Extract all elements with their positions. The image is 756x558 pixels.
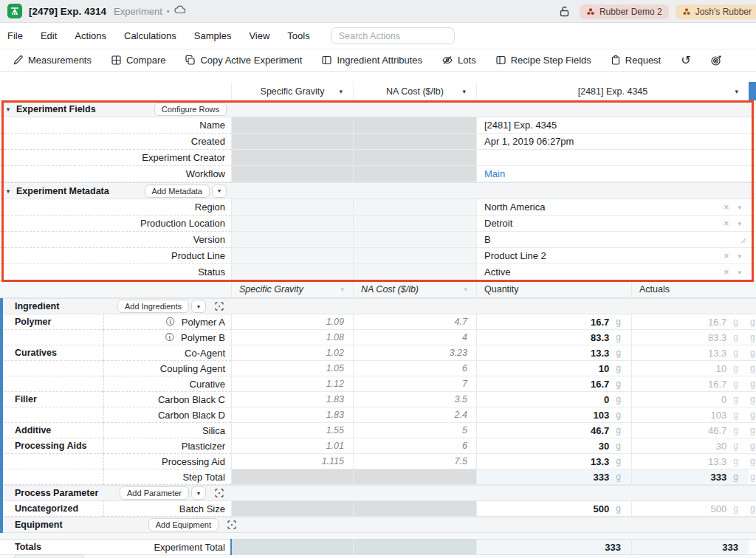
target-button[interactable] xyxy=(711,55,721,66)
ingredient-name-cell[interactable]: Silica xyxy=(103,423,231,438)
metadata-textarea[interactable]: B xyxy=(476,232,749,248)
ingredient-name-cell[interactable]: Carbon Black D xyxy=(103,407,231,423)
actuals-cell: 500g xyxy=(631,501,749,517)
ingredient-name-cell[interactable]: Coupling Agent xyxy=(103,361,231,376)
header-na-cost[interactable]: NA Cost ($/lb) ▾ xyxy=(353,280,476,298)
actuals-cell: 10g xyxy=(631,361,749,376)
add-metadata-caret-button[interactable]: ▾ xyxy=(212,185,227,198)
scan-icon[interactable] xyxy=(215,489,224,497)
header-specific-gravity[interactable]: Specific Gravity ▾ xyxy=(231,280,353,298)
add-ingredients-button[interactable]: Add Ingredients xyxy=(117,300,189,313)
ingredient-attributes-button[interactable]: Ingredient Attributes xyxy=(322,55,422,66)
menu-view[interactable]: View xyxy=(249,30,269,41)
menu-actions[interactable]: Actions xyxy=(75,30,106,41)
quantity-cell[interactable]: 0g xyxy=(476,392,631,407)
chevron-down-icon[interactable]: ▾ xyxy=(339,88,343,95)
menu-tools[interactable]: Tools xyxy=(287,30,309,41)
cost-value: 3.23 xyxy=(353,345,476,361)
quantity-cell[interactable]: 103g xyxy=(476,407,631,423)
quantity-cell[interactable]: 46.7g xyxy=(476,423,631,438)
ingredient-name-cell[interactable]: Curative xyxy=(103,376,231,392)
undo-button[interactable]: ↺ xyxy=(681,53,690,67)
scan-icon[interactable] xyxy=(215,302,224,311)
quantity-cell[interactable]: 13.3g xyxy=(476,454,631,469)
quantity-cell[interactable]: 500g xyxy=(476,501,631,517)
lots-button[interactable]: Lots xyxy=(442,55,476,66)
ingredient-name-cell[interactable]: Processing Aid xyxy=(103,454,231,469)
measurements-button[interactable]: Measurements xyxy=(13,55,92,66)
chevron-down-icon[interactable]: ▾ xyxy=(738,220,741,227)
chevron-down-icon[interactable]: ▾ xyxy=(738,204,741,211)
env-badge-joshs-rubber[interactable]: Josh's Rubber xyxy=(676,4,756,19)
env-badge-rubber-demo[interactable]: Rubber Demo 2 xyxy=(580,4,669,19)
column-selector-experiment[interactable]: [2481] Exp. 4345 ▾ xyxy=(476,82,749,100)
quantity-cell[interactable]: 30g xyxy=(476,438,631,454)
request-button[interactable]: Request xyxy=(611,55,661,66)
add-parameter-button[interactable]: Add Parameter xyxy=(120,486,189,500)
workflow-link[interactable]: Main xyxy=(484,168,505,179)
chevron-down-icon[interactable]: ▾ xyxy=(738,252,741,260)
collapse-caret-icon[interactable]: ▾ xyxy=(0,187,16,195)
add-metadata-button[interactable]: Add Metadata xyxy=(145,185,210,198)
metadata-label: Version xyxy=(0,232,231,248)
field-value[interactable]: [2481] Exp. 4345 xyxy=(476,117,749,134)
info-icon[interactable]: ⓘ xyxy=(166,317,175,326)
column-selector-specific-gravity[interactable]: Specific Gravity ▾ xyxy=(231,82,353,100)
app-window: [2479] Exp. 4314 Experiment • Ru xyxy=(0,0,756,558)
chevron-down-icon[interactable]: ▾ xyxy=(462,88,466,95)
ingredient-row: Curative 1.12 7 16.7g 16.7g g xyxy=(0,376,756,392)
column-selector-na-cost[interactable]: NA Cost ($/lb) ▾ xyxy=(353,82,476,100)
ingredient-row: ⓘPolymer B 1.08 4 83.3g 83.3g g xyxy=(0,330,756,345)
clear-icon[interactable]: × xyxy=(724,251,729,261)
clear-icon[interactable]: × xyxy=(724,202,729,212)
clear-icon[interactable]: × xyxy=(724,267,729,277)
menu-calculations[interactable]: Calculations xyxy=(124,30,176,41)
partial-button xyxy=(13,554,84,558)
clear-icon[interactable]: × xyxy=(724,218,729,228)
cropped-next-column: g xyxy=(749,407,756,423)
totals-quantity: 333 xyxy=(476,539,631,555)
search-actions-input[interactable] xyxy=(331,27,455,44)
info-icon[interactable]: ⓘ xyxy=(165,333,174,342)
sg-value: 1.12 xyxy=(231,376,353,392)
metadata-select[interactable]: Detroit × ▾ xyxy=(476,216,749,232)
ingredient-name-cell[interactable]: ⓘPolymer B xyxy=(103,330,231,345)
quantity-cell[interactable]: 16.7g xyxy=(476,376,631,392)
quantity-cell[interactable]: 10g xyxy=(476,361,631,376)
resize-grip-icon[interactable] xyxy=(740,235,746,246)
add-ingredients-caret-button[interactable]: ▾ xyxy=(191,300,206,313)
quantity-cell[interactable]: 83.3g xyxy=(476,330,631,345)
ingredient-name-cell[interactable]: ⓘPolymer A xyxy=(103,314,231,330)
chevron-down-icon[interactable]: ▾ xyxy=(464,286,467,293)
quantity-cell[interactable]: 13.3g xyxy=(476,345,631,361)
recipe-step-fields-button[interactable]: Recipe Step Fields xyxy=(496,55,591,66)
parameter-name[interactable]: Batch Size xyxy=(103,501,231,517)
env-badge-label: Josh's Rubber xyxy=(695,7,752,17)
metadata-select[interactable]: Product Line 2 × ▾ xyxy=(476,248,749,264)
eye-off-icon xyxy=(442,55,453,65)
menu-edit[interactable]: Edit xyxy=(41,30,57,41)
section-title: Equipment xyxy=(15,520,63,530)
ingredient-name-cell[interactable]: Plasticizer xyxy=(103,438,231,454)
menu-file[interactable]: File xyxy=(7,30,23,41)
scan-icon[interactable] xyxy=(227,520,236,529)
unlock-icon[interactable] xyxy=(560,6,569,17)
chevron-down-icon[interactable]: ▾ xyxy=(735,88,738,95)
add-equipment-button[interactable]: Add Equipment xyxy=(148,518,219,531)
add-parameter-caret-button[interactable]: ▾ xyxy=(191,486,206,500)
metadata-select[interactable]: Active × ▾ xyxy=(476,264,749,280)
quantity-cell[interactable]: 16.7g xyxy=(476,314,631,330)
compare-button[interactable]: Compare xyxy=(111,55,165,66)
chevron-down-icon[interactable]: ▾ xyxy=(738,269,741,276)
ingredient-name-cell[interactable]: Carbon Black C xyxy=(103,392,231,407)
ingredient-name-cell[interactable]: Co-Agent xyxy=(103,345,231,361)
cropped-next-column: g xyxy=(749,423,756,438)
collapse-caret-icon[interactable]: ▾ xyxy=(0,106,16,113)
chevron-down-icon[interactable]: ▾ xyxy=(340,286,344,293)
menu-samples[interactable]: Samples xyxy=(194,30,232,41)
configure-rows-button[interactable]: Configure Rows xyxy=(154,103,227,116)
copy-active-experiment-button[interactable]: Copy Active Experiment xyxy=(185,55,302,66)
metadata-select[interactable]: North America × ▾ xyxy=(476,199,749,216)
page-title: [2479] Exp. 4314 xyxy=(29,6,106,17)
app-logo-glyph xyxy=(10,6,20,16)
